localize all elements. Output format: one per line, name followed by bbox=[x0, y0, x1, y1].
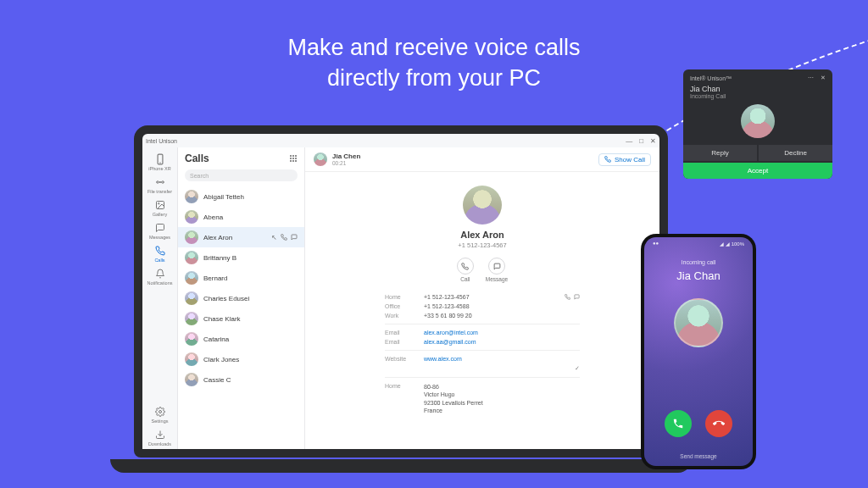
active-call-duration: 00:21 bbox=[332, 160, 360, 166]
contact-row[interactable]: Charles Edusei↖ bbox=[178, 288, 304, 308]
nav-label: File transfer bbox=[147, 189, 172, 194]
contact-row-name: Bernard bbox=[203, 274, 298, 282]
nav-swap[interactable]: File transfer bbox=[147, 174, 173, 197]
message-action-label: Message bbox=[486, 276, 508, 282]
message-action[interactable]: Message bbox=[486, 258, 508, 282]
call-action[interactable]: Call bbox=[457, 258, 474, 282]
nav-chat[interactable]: Messages bbox=[147, 219, 173, 242]
contact-primary-phone: +1 512-123-4567 bbox=[458, 241, 506, 249]
contact-row[interactable]: Alex Aron↖ bbox=[178, 227, 304, 247]
phone-send-message-link[interactable]: Send message bbox=[644, 453, 753, 459]
info-value[interactable]: alex.aa@gmail.com bbox=[424, 339, 551, 345]
svg-point-14 bbox=[295, 160, 297, 162]
window-minimize-button[interactable]: — bbox=[626, 137, 632, 145]
contact-avatar bbox=[185, 373, 198, 386]
detail-pane: Jia Chen 00:21 Show Call bbox=[305, 147, 659, 449]
call-action-label: Call bbox=[460, 276, 470, 282]
incoming-call-label: Incoming call bbox=[644, 259, 753, 265]
contact-avatar bbox=[185, 271, 198, 285]
toast-caller-avatar bbox=[741, 104, 775, 138]
contacts-list: Abigail Tetteh↖Abena↖Alex Aron↖Brittanny… bbox=[178, 186, 304, 449]
svg-point-6 bbox=[290, 155, 292, 157]
row-call-icon[interactable] bbox=[565, 294, 570, 300]
info-row-actions bbox=[558, 330, 580, 336]
nav-download[interactable]: Downloads bbox=[148, 426, 171, 449]
row-message-icon[interactable] bbox=[291, 234, 298, 241]
phone-caller-name: Jia Chan bbox=[644, 269, 753, 282]
toast-accept-button[interactable]: Accept bbox=[683, 163, 832, 179]
window-close-button[interactable]: ✕ bbox=[650, 137, 656, 145]
info-key: Email bbox=[385, 339, 417, 345]
contact-row[interactable]: Abigail Tetteh↖ bbox=[178, 186, 304, 207]
nav-label: Messages bbox=[149, 235, 170, 240]
swap-icon bbox=[154, 176, 166, 188]
nav-phone[interactable]: Calls bbox=[147, 242, 173, 265]
toast-subtitle: Incoming Call bbox=[690, 93, 826, 99]
nav-phone-device[interactable]: iPhone XR bbox=[147, 151, 173, 174]
show-call-label: Show Call bbox=[615, 156, 645, 164]
contact-row-name: Abigail Tetteh bbox=[203, 193, 298, 201]
nav-gear[interactable]: Settings bbox=[148, 403, 171, 426]
toast-more-button[interactable]: ⋯ bbox=[808, 75, 814, 81]
svg-point-11 bbox=[295, 158, 297, 159]
svg-point-12 bbox=[290, 160, 292, 162]
check-icon: ✓ bbox=[558, 365, 580, 372]
search-input[interactable]: Search bbox=[185, 169, 298, 181]
contact-row-name: Brittanny B bbox=[203, 254, 298, 262]
contact-name: Alex Aron bbox=[460, 230, 504, 240]
row-call-icon[interactable] bbox=[281, 234, 287, 241]
nav-label: Settings bbox=[152, 419, 169, 424]
headline-line-2: directly from your PC bbox=[327, 65, 541, 91]
contact-row-name: Cassie C bbox=[203, 376, 298, 384]
phone-decline-button[interactable] bbox=[705, 410, 732, 437]
info-key: Home bbox=[385, 383, 417, 415]
unison-app-window: Intel Unison — □ ✕ iPhone XRFile transfe… bbox=[142, 134, 659, 449]
download-icon bbox=[154, 429, 166, 441]
active-call-avatar bbox=[314, 152, 327, 166]
contact-row[interactable]: Brittanny B↖ bbox=[178, 247, 304, 268]
svg-point-9 bbox=[290, 158, 292, 159]
info-key: Website bbox=[385, 356, 417, 362]
image-icon bbox=[154, 199, 166, 211]
row-message-icon[interactable] bbox=[574, 294, 580, 300]
window-title: Intel Unison bbox=[146, 138, 177, 144]
window-titlebar: Intel Unison — □ ✕ bbox=[142, 134, 659, 147]
info-row-actions bbox=[558, 356, 580, 362]
contact-row[interactable]: Cassie C↖ bbox=[178, 369, 304, 390]
contact-row[interactable]: Abena↖ bbox=[178, 207, 304, 227]
toast-reply-button[interactable]: Reply bbox=[683, 145, 757, 161]
info-value: +1 512-123-4588 bbox=[424, 303, 551, 309]
dialpad-icon[interactable] bbox=[289, 154, 298, 163]
contact-row[interactable]: Chase Klark↖ bbox=[178, 308, 304, 329]
phone-status-bar: ●●◢ ◢ 100% bbox=[644, 241, 753, 247]
contact-row[interactable]: Bernard↖ bbox=[178, 268, 304, 288]
info-value[interactable]: alex.aron@intel.com bbox=[424, 330, 551, 336]
info-key: Email bbox=[385, 330, 417, 336]
info-row-actions bbox=[558, 339, 580, 345]
toast-decline-button[interactable]: Decline bbox=[759, 145, 832, 161]
nav-bell[interactable]: Notifications bbox=[147, 265, 173, 288]
phone-icon bbox=[457, 258, 474, 274]
info-value[interactable]: www.alex.com bbox=[424, 356, 551, 362]
contact-row[interactable]: Clark Jones↖ bbox=[178, 349, 304, 369]
phone-accept-button[interactable] bbox=[665, 410, 692, 437]
phone-frame: ●●◢ ◢ 100% Incoming call Jia Chan Send m… bbox=[641, 234, 756, 469]
contact-avatar bbox=[185, 251, 198, 264]
contact-row[interactable]: Catarina↖ bbox=[178, 329, 304, 349]
contact-row-name: Abena bbox=[203, 214, 298, 221]
cursor-icon: ↖ bbox=[271, 234, 277, 241]
info-key: Office bbox=[385, 303, 417, 309]
svg-point-3 bbox=[158, 203, 159, 205]
window-maximize-button[interactable]: □ bbox=[639, 137, 643, 145]
contacts-title: Calls bbox=[185, 152, 209, 164]
contact-avatar bbox=[185, 190, 198, 203]
contact-avatar bbox=[185, 291, 198, 305]
nav-image[interactable]: Gallery bbox=[147, 197, 173, 219]
toast-close-button[interactable]: ✕ bbox=[821, 75, 826, 81]
contact-row-name: Clark Jones bbox=[203, 356, 298, 363]
phone-screen: ●●◢ ◢ 100% Incoming call Jia Chan Send m… bbox=[644, 237, 753, 466]
show-call-button[interactable]: Show Call bbox=[598, 153, 651, 166]
info-row-actions bbox=[558, 313, 580, 319]
bell-icon bbox=[154, 268, 166, 280]
toast-app-name: Intel® Unison™ bbox=[690, 75, 732, 81]
